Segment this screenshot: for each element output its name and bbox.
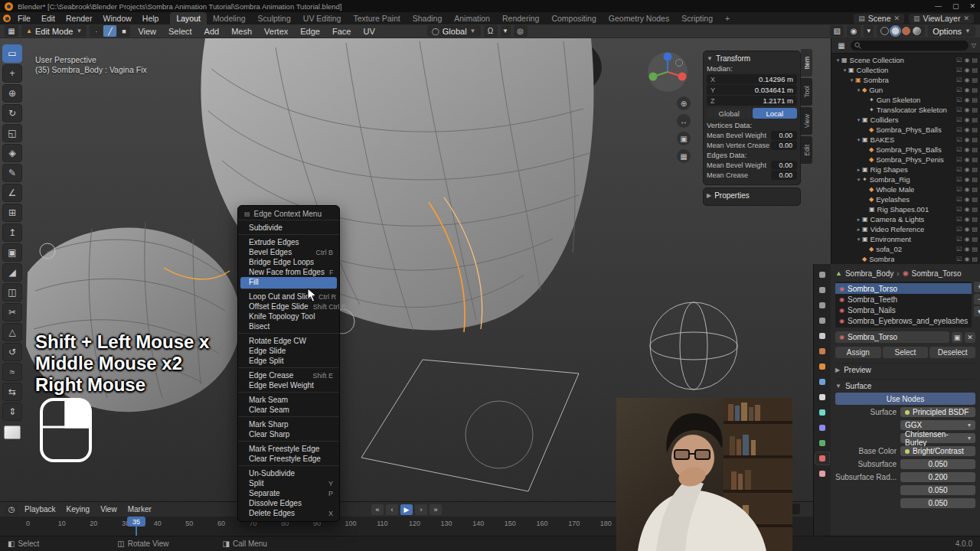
orientation-dropdown[interactable]: ◯ Global ▼ bbox=[427, 25, 481, 37]
context-menu-item[interactable]: Rotate Edge CW bbox=[238, 336, 339, 346]
checkbox-icon[interactable]: ☑ bbox=[956, 57, 962, 64]
disable-render-icon[interactable]: ▤ bbox=[972, 116, 978, 123]
context-menu-item[interactable]: Clear Freestyle Edge bbox=[238, 454, 339, 466]
maximize-button[interactable]: ▢ bbox=[952, 2, 959, 10]
context-menu-item[interactable]: Bisect bbox=[238, 321, 339, 334]
options-dropdown[interactable]: Options ▼ bbox=[928, 25, 975, 37]
expand-caret-icon[interactable]: ▾ bbox=[855, 117, 862, 123]
expand-caret-icon[interactable]: ▾ bbox=[855, 87, 862, 93]
close-button[interactable]: ✕ bbox=[969, 2, 975, 10]
tab-object-data[interactable] bbox=[815, 437, 829, 449]
annotation-color-swatch[interactable] bbox=[4, 425, 21, 439]
workspace-tab[interactable]: Texture Paint bbox=[347, 12, 406, 24]
next-keyframe-button[interactable]: › bbox=[415, 504, 427, 515]
outliner-item[interactable]: ▾ ▣ Sombra ☑ ◉ ▤ bbox=[831, 75, 980, 85]
hide-viewport-icon[interactable]: ◉ bbox=[964, 106, 969, 113]
workspace-tab[interactable]: + bbox=[719, 12, 736, 24]
disable-render-icon[interactable]: ▤ bbox=[972, 86, 978, 93]
outliner-item[interactable]: ◆ Sombra_Phys_Balls ☑ ◉ ▤ bbox=[831, 125, 980, 135]
zoom-icon[interactable]: ⊕ bbox=[677, 96, 691, 110]
add-slot-button[interactable]: + bbox=[974, 282, 980, 292]
checkbox-icon[interactable]: ☑ bbox=[956, 106, 962, 113]
snap-magnet-icon[interactable]: Ω bbox=[484, 25, 498, 37]
shader-property-field[interactable]: 0.050 bbox=[900, 459, 975, 469]
tool-loop-cut[interactable]: ◫ bbox=[2, 283, 22, 302]
outliner-item[interactable]: ✦ Gun Skeleton ☑ ◉ ▤ bbox=[831, 95, 980, 105]
disable-render-icon[interactable]: ▤ bbox=[972, 156, 978, 163]
minimize-button[interactable]: — bbox=[935, 2, 942, 10]
median-axis-field[interactable]: Y 0.034641 m bbox=[707, 85, 797, 95]
context-menu-item[interactable]: Edge Slide bbox=[238, 346, 339, 356]
tool-bevel[interactable]: ◢ bbox=[2, 263, 22, 282]
disable-render-icon[interactable]: ▤ bbox=[972, 186, 978, 193]
tool-smooth[interactable]: ≈ bbox=[2, 363, 22, 381]
disable-render-icon[interactable]: ▤ bbox=[972, 96, 978, 103]
outliner-item[interactable]: ▾ ◆ Gun ☑ ◉ ▤ bbox=[831, 85, 980, 95]
workspace-tab[interactable]: Rendering bbox=[496, 12, 545, 24]
context-menu-item[interactable]: Split Y bbox=[238, 478, 339, 488]
context-menu-item[interactable]: Bridge Edge Loops bbox=[238, 257, 339, 267]
topbar-menu[interactable]: Window bbox=[97, 12, 136, 24]
slot-specials-button[interactable]: ▾ bbox=[974, 306, 980, 317]
hide-viewport-icon[interactable]: ◉ bbox=[964, 116, 969, 123]
properties-panel-header[interactable]: ▶ Properties bbox=[707, 190, 797, 201]
preview-section-header[interactable]: ▶ Preview bbox=[835, 363, 975, 374]
context-menu-item[interactable]: Dissolve Edges bbox=[238, 498, 339, 508]
disable-render-icon[interactable]: ▤ bbox=[972, 77, 978, 83]
use-nodes-button[interactable]: Use Nodes bbox=[835, 393, 975, 405]
viewport-menu[interactable]: Mesh bbox=[227, 27, 256, 36]
context-menu-item[interactable]: Separate P bbox=[238, 488, 339, 498]
gizmos-dropdown-icon[interactable]: ▼ bbox=[864, 25, 874, 37]
workspace-tab[interactable]: Animation bbox=[448, 12, 496, 24]
sidebar-tab[interactable]: Edit bbox=[801, 136, 812, 164]
material-shading-button[interactable] bbox=[902, 27, 910, 35]
shader-property-field[interactable]: Bright/Contrast bbox=[900, 446, 975, 456]
hide-viewport-icon[interactable]: ◉ bbox=[964, 156, 969, 163]
shader-property-field[interactable]: Christensen-Burley bbox=[900, 433, 975, 443]
tool-measure[interactable]: ∠ bbox=[2, 184, 22, 202]
camera-view-icon[interactable]: ▣ bbox=[677, 132, 691, 145]
workspace-tab[interactable]: UV Editing bbox=[297, 12, 348, 24]
disable-render-icon[interactable]: ▤ bbox=[972, 146, 978, 153]
filter-icon[interactable]: ▽ bbox=[972, 42, 976, 49]
tool-select-box[interactable]: ▭ bbox=[2, 44, 22, 63]
hide-viewport-icon[interactable]: ◉ bbox=[964, 77, 969, 83]
hide-viewport-icon[interactable]: ◉ bbox=[964, 166, 969, 173]
tool-spin[interactable]: ↺ bbox=[2, 343, 22, 361]
edge-data-row[interactable]: Mean Bevel Weight 0.00 bbox=[707, 161, 797, 170]
checkbox-icon[interactable]: ☑ bbox=[956, 96, 962, 103]
median-axis-field[interactable]: X 0.14296 m bbox=[707, 74, 797, 84]
hide-viewport-icon[interactable]: ◉ bbox=[964, 86, 969, 93]
tab-physics[interactable] bbox=[815, 406, 829, 419]
checkbox-icon[interactable]: ☑ bbox=[956, 236, 962, 243]
vertex-data-row[interactable]: Mean Vertex Crease 0.00 bbox=[707, 141, 797, 150]
hide-viewport-icon[interactable]: ◉ bbox=[964, 256, 969, 262]
disable-render-icon[interactable]: ▤ bbox=[972, 57, 978, 64]
outliner-item[interactable]: ▣ Rig Shapes.001 ☑ ◉ ▤ bbox=[831, 204, 980, 214]
tool-extrude-region[interactable]: ↥ bbox=[2, 223, 22, 242]
sidebar-tab[interactable]: Tool bbox=[801, 78, 812, 106]
tab-output[interactable] bbox=[815, 299, 829, 311]
context-menu-item[interactable]: Un-Subdivide bbox=[238, 468, 339, 478]
context-menu-item[interactable]: Delete Edges X bbox=[238, 508, 339, 518]
workspace-tab[interactable]: Modeling bbox=[207, 12, 252, 24]
rendered-shading-button[interactable] bbox=[913, 27, 921, 35]
pan-icon[interactable]: ↔ bbox=[677, 114, 691, 128]
outliner-item[interactable]: ✦ Translocator Skeleton ☑ ◉ ▤ bbox=[831, 105, 980, 115]
topbar-menu[interactable]: Help bbox=[137, 12, 165, 24]
editor-type-icon[interactable]: ◷ bbox=[5, 504, 18, 515]
hide-viewport-icon[interactable]: ◉ bbox=[964, 246, 969, 253]
hide-viewport-icon[interactable]: ◉ bbox=[964, 186, 969, 193]
viewport-menu[interactable]: Edge bbox=[296, 27, 325, 36]
outliner-item[interactable]: ▾ ▣ Colliders ☑ ◉ ▤ bbox=[831, 115, 980, 125]
outliner-item[interactable]: ◆ Sombra_Phys_Penis ☑ ◉ ▤ bbox=[831, 155, 980, 165]
tool-cursor[interactable]: + bbox=[2, 64, 22, 83]
disable-render-icon[interactable]: ▤ bbox=[972, 106, 978, 113]
hide-viewport-icon[interactable]: ◉ bbox=[964, 196, 969, 203]
viewport-menu[interactable]: View bbox=[133, 27, 161, 36]
context-menu-item[interactable]: New Face from Edges F bbox=[238, 267, 339, 277]
workspace-tab[interactable]: Sculpting bbox=[252, 12, 297, 24]
context-menu-item[interactable]: Clear Sharp bbox=[238, 429, 339, 442]
hide-viewport-icon[interactable]: ◉ bbox=[964, 216, 969, 223]
context-menu-item[interactable]: Subdivide bbox=[238, 223, 339, 235]
